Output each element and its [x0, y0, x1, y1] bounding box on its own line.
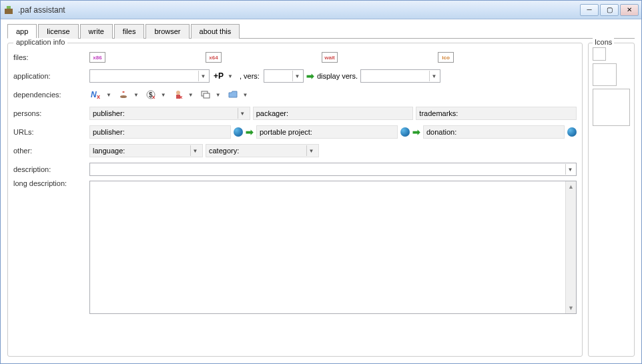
application-label: application:: [13, 72, 87, 80]
chevron-down-icon[interactable]: ▼: [306, 145, 316, 156]
persons-label: persons:: [13, 109, 87, 117]
window-title: .paf assistant: [18, 5, 580, 15]
icons-panel: Icons: [588, 43, 635, 357]
vers-label: , vers:: [238, 72, 261, 80]
minimize-button[interactable]: ─: [580, 4, 599, 16]
urls-label: URLs:: [13, 128, 87, 136]
chevron-down-icon[interactable]: ▼: [188, 92, 194, 98]
globe-icon[interactable]: [400, 127, 410, 137]
svg-rect-12: [204, 93, 210, 98]
chevron-down-icon[interactable]: ▼: [243, 92, 248, 98]
svg-text:N: N: [91, 90, 97, 99]
window-icon[interactable]: [199, 89, 212, 101]
tab-about[interactable]: about this: [191, 24, 240, 39]
urls-row: URLs: publisher: ➡ portable project: ➡ d…: [13, 123, 577, 141]
content-area: app license write files browser about th…: [1, 19, 641, 363]
maximize-button[interactable]: ▢: [600, 4, 619, 16]
tab-license[interactable]: license: [38, 24, 78, 39]
app-icon: [3, 5, 14, 15]
svg-point-4: [120, 95, 127, 98]
display-vers-label: display vers.: [317, 72, 358, 80]
icon-preview-small[interactable]: [593, 47, 606, 61]
chevron-down-icon[interactable]: ▼: [133, 92, 139, 98]
long-description-label: long description:: [13, 179, 87, 187]
icons-legend: Icons: [593, 38, 614, 46]
close-button[interactable]: ✕: [620, 4, 639, 16]
svg-rect-0: [5, 9, 13, 14]
tab-app[interactable]: app: [7, 24, 37, 39]
plus-p-label: +P: [212, 71, 225, 81]
dependencies-label: dependencies:: [13, 91, 87, 99]
chevron-down-icon[interactable]: ▼: [198, 71, 208, 81]
description-label: description:: [13, 165, 87, 173]
long-description-textarea[interactable]: ▲ ▼: [89, 181, 577, 314]
files-label: files:: [13, 53, 87, 61]
scroll-up-icon[interactable]: ▲: [566, 181, 576, 192]
file-icon-wait[interactable]: wait: [322, 52, 338, 63]
main-window: .paf assistant ─ ▢ ✕ app license write f…: [0, 0, 642, 364]
file-icon-x86[interactable]: x86: [89, 52, 105, 63]
nx-icon[interactable]: Nx: [89, 89, 103, 101]
file-icon-x64[interactable]: x64: [206, 52, 222, 63]
category-field[interactable]: category:▼: [206, 144, 319, 157]
url-portable-field[interactable]: portable project:: [256, 125, 398, 139]
file-icon-ico[interactable]: ico: [438, 52, 454, 63]
chevron-down-icon[interactable]: ▼: [190, 145, 200, 156]
fieldset-legend: application info: [13, 38, 67, 46]
packager-field[interactable]: packager:: [253, 107, 414, 120]
icon-preview-medium[interactable]: [593, 63, 617, 86]
chevron-down-icon[interactable]: ▼: [292, 71, 302, 81]
globe-icon[interactable]: [567, 127, 577, 137]
svg-rect-1: [7, 6, 11, 9]
application-row: application: ▼ +P ▼ , vers: ▼ ➡ display …: [13, 67, 577, 85]
application-combo[interactable]: ▼: [89, 69, 210, 83]
icon-preview-large[interactable]: [593, 89, 630, 126]
description-row: description: ▼: [13, 161, 577, 178]
chevron-down-icon[interactable]: ▼: [565, 164, 575, 175]
arrow-right-icon[interactable]: ➡: [306, 71, 314, 81]
java-icon[interactable]: [117, 89, 130, 101]
arrow-right-icon[interactable]: ➡: [246, 127, 254, 137]
long-description-row: long description: ▲ ▼: [13, 179, 577, 349]
url-publisher-field[interactable]: publisher:: [89, 125, 231, 139]
tab-write[interactable]: write: [80, 24, 113, 39]
language-field[interactable]: language:▼: [89, 144, 203, 157]
svg-text:x: x: [152, 94, 155, 99]
application-info-fieldset: application info files: x86 x64 wait ico…: [7, 43, 583, 357]
main-area: application info files: x86 x64 wait ico…: [7, 39, 635, 357]
description-combo[interactable]: ▼: [89, 163, 577, 176]
person-icon[interactable]: x: [172, 89, 185, 101]
chevron-down-icon[interactable]: ▼: [429, 71, 438, 81]
tab-bar: app license write files browser about th…: [7, 23, 635, 39]
scroll-down-icon[interactable]: ▼: [566, 303, 576, 313]
dependencies-row: dependencies: Nx▼ ▼ $x▼ x▼ ▼ ▼: [13, 86, 577, 103]
tab-files[interactable]: files: [114, 24, 145, 39]
svg-text:x: x: [97, 93, 100, 99]
window-buttons: ─ ▢ ✕: [580, 4, 639, 16]
arrow-right-icon[interactable]: ➡: [412, 127, 420, 137]
other-row: other: language:▼ category:▼: [13, 142, 577, 159]
tab-browser[interactable]: browser: [145, 24, 189, 39]
url-donation-field[interactable]: donation:: [423, 125, 565, 139]
globe-icon[interactable]: [234, 127, 243, 137]
persons-row: persons: publisher:▼ packager: trademark…: [13, 105, 577, 122]
chevron-down-icon[interactable]: ▼: [216, 92, 221, 98]
vers-combo[interactable]: ▼: [264, 69, 304, 83]
scrollbar[interactable]: ▲ ▼: [565, 181, 576, 313]
plus-p-dropdown[interactable]: ▼: [228, 73, 233, 79]
chevron-down-icon[interactable]: ▼: [106, 92, 111, 98]
trademarks-field[interactable]: trademarks:: [416, 107, 577, 120]
chevron-down-icon[interactable]: ▼: [238, 108, 247, 119]
files-row: files: x86 x64 wait ico: [13, 49, 577, 66]
svg-text:x: x: [180, 94, 183, 99]
display-vers-combo[interactable]: ▼: [360, 69, 440, 83]
titlebar: .paf assistant ─ ▢ ✕: [1, 1, 641, 19]
chevron-down-icon[interactable]: ▼: [161, 92, 166, 98]
other-label: other:: [13, 147, 87, 155]
publisher-field[interactable]: publisher:▼: [89, 107, 250, 120]
folder-icon[interactable]: [226, 89, 240, 101]
dollar-icon[interactable]: $x: [144, 89, 157, 101]
